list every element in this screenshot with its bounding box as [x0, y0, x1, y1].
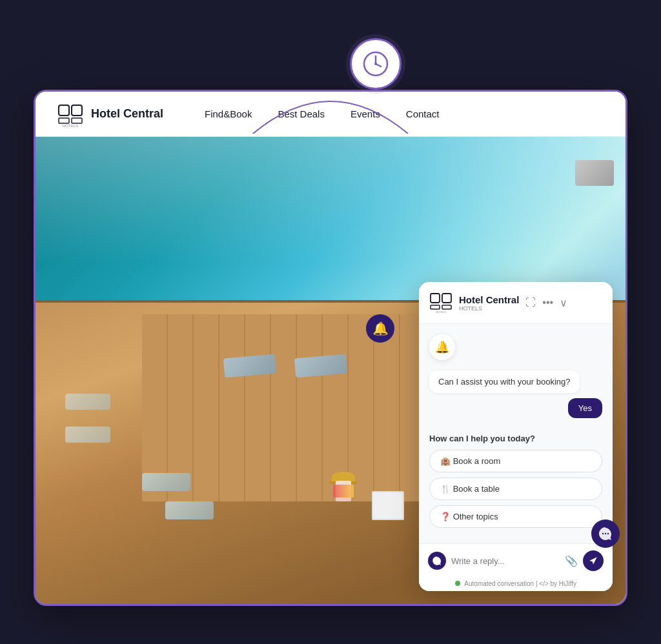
other-topics-label: Other topics	[453, 512, 498, 521]
other-topics-icon: ❓	[440, 512, 451, 521]
nav-contact[interactable]: Contact	[406, 108, 440, 119]
online-dot	[455, 581, 460, 586]
hotel-hero-image: 🔔	[36, 137, 625, 604]
lounge-chair-6	[165, 501, 214, 519]
chat-reply-input[interactable]	[451, 556, 560, 566]
outer-wrapper: HOTELS Hotel Central Find&Book Best Deal…	[34, 38, 627, 606]
book-table-label: Book a table	[453, 484, 500, 494]
chat-header: HOTELS Hotel Central HOTELS ⛶ ••• ∨	[419, 282, 613, 324]
expand-icon[interactable]: ⛶	[525, 297, 536, 308]
svg-rect-6	[59, 118, 69, 123]
more-icon[interactable]: •••	[542, 297, 553, 308]
svg-text:HOTELS: HOTELS	[436, 310, 446, 314]
svg-point-9	[602, 533, 604, 534]
svg-rect-4	[59, 105, 69, 116]
chat-header-subtitle: HOTELS	[459, 305, 519, 312]
chat-user-reply: Yes	[568, 398, 602, 418]
chat-option-other-topics[interactable]: ❓ Other topics	[429, 505, 602, 528]
chat-option-book-room[interactable]: 🏨 Book a room	[429, 450, 602, 472]
bell-notification: 🔔	[429, 334, 455, 360]
svg-rect-5	[72, 105, 82, 116]
svg-text:HOTELS: HOTELS	[63, 124, 78, 128]
chat-header-title: Hotel Central	[459, 294, 519, 305]
hotel-site: HOTELS Hotel Central Find&Book Best Deal…	[36, 92, 625, 604]
chat-footer-logo	[428, 552, 446, 570]
lounge-chair-4	[65, 427, 110, 443]
chat-fab-hero-icon	[598, 526, 613, 541]
chat-widget: HOTELS Hotel Central HOTELS ⛶ ••• ∨	[419, 282, 613, 591]
hotel-logo-icon: HOTELS	[56, 100, 85, 128]
site-nav-links: Find&Book Best Deals Events Contact	[205, 108, 439, 119]
book-room-label: Book a room	[453, 456, 501, 466]
chat-message-1: Can I assist you with your booking?	[429, 370, 580, 393]
person-towel	[333, 485, 354, 498]
right-cushion	[575, 160, 614, 186]
nav-find-book[interactable]: Find&Book	[205, 108, 252, 119]
site-logo-text: Hotel Central	[91, 107, 163, 121]
lounge-chair-5	[142, 473, 190, 491]
svg-rect-12	[431, 294, 440, 303]
svg-point-10	[605, 533, 606, 534]
pool-area: 🔔	[36, 137, 625, 604]
chat-body: 🔔 Can I assist you with your booking? Ye…	[419, 324, 613, 543]
branding-text: Automated conversation | </> by HiJiffy	[464, 580, 576, 587]
collapse-icon[interactable]: ∨	[560, 297, 567, 309]
site-logo: HOTELS Hotel Central	[56, 100, 163, 128]
white-table	[372, 491, 404, 520]
nav-events[interactable]: Events	[351, 108, 380, 119]
clock-icon	[361, 50, 390, 78]
site-navigation: HOTELS Hotel Central Find&Book Best Deal…	[36, 92, 625, 137]
svg-rect-14	[431, 305, 440, 309]
book-table-icon: 🍴	[440, 484, 451, 494]
clock-badge	[350, 38, 402, 90]
chat-header-actions: ⛶ ••• ∨	[525, 297, 567, 309]
chat-send-button[interactable]	[583, 550, 604, 571]
svg-point-3	[374, 63, 377, 65]
person-figure	[330, 472, 356, 510]
svg-rect-7	[72, 118, 82, 123]
attach-icon[interactable]: 📎	[565, 555, 578, 567]
chat-footer-logo-icon	[432, 556, 442, 566]
bell-icon: 🔔	[435, 340, 449, 354]
chat-question: How can I help you today?	[429, 434, 602, 443]
chat-fab-hero[interactable]	[591, 519, 620, 548]
chat-option-book-table[interactable]: 🍴 Book a table	[429, 478, 602, 500]
chat-branding: Automated conversation | </> by HiJiffy	[419, 578, 613, 591]
browser-frame: HOTELS Hotel Central Find&Book Best Deal…	[34, 90, 627, 606]
send-icon	[589, 556, 598, 565]
svg-rect-13	[442, 294, 451, 303]
chat-logo-icon: HOTELS	[429, 291, 453, 314]
book-room-icon: 🏨	[440, 456, 451, 466]
lounge-chair-3	[65, 394, 110, 410]
svg-rect-15	[442, 305, 451, 309]
nav-best-deals[interactable]: Best Deals	[278, 108, 325, 119]
chat-footer: 📎	[419, 543, 613, 578]
svg-point-11	[607, 533, 609, 534]
